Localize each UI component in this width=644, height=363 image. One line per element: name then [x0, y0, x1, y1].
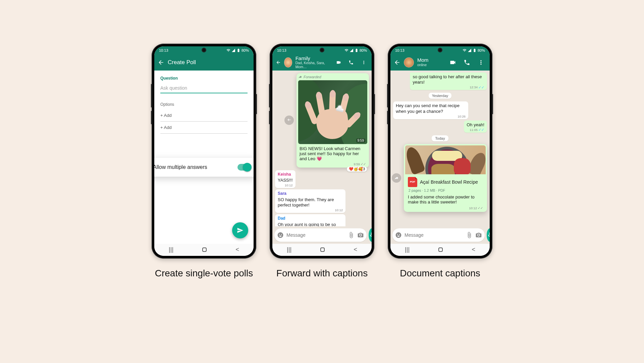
android-navbar: ||| < — [154, 244, 254, 256]
back-icon[interactable] — [394, 59, 400, 66]
add-option-2[interactable]: + Add — [160, 122, 248, 134]
back-nav-icon[interactable]: < — [472, 246, 475, 253]
android-navbar: ||| < — [390, 244, 490, 256]
emoji-icon[interactable] — [395, 232, 402, 238]
back-nav-icon[interactable]: < — [354, 246, 357, 253]
forward-arrow-icon — [394, 176, 399, 180]
video-call-icon[interactable] — [336, 59, 341, 66]
document-meta: 2 pages · 1.2 MB · PDF — [405, 188, 486, 194]
caption-2: Forward with captions — [276, 268, 368, 279]
msg-out-1[interactable]: so good talking to her after all these y… — [410, 73, 487, 90]
forward-button[interactable] — [284, 116, 294, 125]
video-call-icon[interactable] — [449, 59, 456, 66]
forwarded-message[interactable]: Forwarded — [297, 73, 369, 168]
forwarded-caption: BIG NEWS! Look what Carmen just sent me!… — [298, 144, 367, 166]
recents-icon[interactable]: ||| — [287, 246, 291, 253]
chat-header-text[interactable]: Family Dad, Keisha, Sara, Mom… — [296, 56, 327, 69]
attach-icon[interactable] — [466, 232, 473, 238]
signal-icon — [350, 48, 354, 52]
back-nav-icon[interactable]: < — [235, 246, 239, 253]
battery-percent: 80% — [241, 48, 249, 52]
appbar-title: Create Poll — [168, 59, 196, 66]
chat-members: Dad, Keisha, Sara, Mom… — [296, 61, 327, 69]
recents-icon[interactable]: ||| — [169, 246, 173, 253]
camera-dot — [202, 48, 206, 52]
compose-field[interactable] — [274, 228, 367, 242]
volume-button-2 — [387, 111, 388, 124]
mic-button[interactable] — [487, 228, 490, 242]
mic-button[interactable] — [369, 228, 372, 242]
home-icon[interactable] — [320, 247, 325, 252]
phone-frame-forward: 10:13 80% Family Dad, Keis — [270, 44, 374, 259]
emoji-icon[interactable] — [277, 232, 284, 238]
mic-icon — [369, 232, 372, 238]
battery-icon — [236, 48, 240, 52]
document-message[interactable]: PDF Açaí Breakfast Bowl Recipe 2 pages ·… — [404, 144, 487, 212]
voice-call-icon[interactable] — [348, 59, 354, 66]
msg-dad[interactable]: Dad Oh your aunt is going to be so happy… — [275, 214, 345, 226]
forwarded-image[interactable]: 9:59 — [298, 80, 367, 144]
chat-body[interactable]: so good talking to her after all these y… — [390, 71, 490, 226]
forward-small-icon — [298, 75, 302, 79]
camera-icon[interactable] — [357, 232, 364, 238]
chat-status: online — [417, 63, 428, 67]
reactions-badge[interactable]: ❤️🥳🥰3 — [347, 167, 367, 172]
date-chip-yesterday: Yesterday — [429, 93, 452, 99]
chat-appbar: Family Dad, Keisha, Sara, Mom… — [272, 54, 372, 71]
question-input[interactable] — [160, 84, 248, 93]
read-ticks-icon: ✓✓ — [478, 128, 484, 132]
toggle-switch[interactable] — [237, 164, 251, 171]
phone-frame-poll: 10:13 80% Create Poll Question — [152, 44, 256, 259]
volume-button — [151, 84, 152, 107]
app-bar: Create Poll — [154, 54, 254, 71]
poll-body: Question Options + Add + Add Allow multi… — [154, 71, 254, 244]
compose-bar — [272, 226, 372, 244]
camera-icon[interactable] — [475, 232, 482, 238]
volume-button-2 — [151, 111, 152, 124]
options-label: Options — [160, 102, 248, 107]
status-time: 10:13 — [159, 48, 168, 52]
back-icon[interactable] — [158, 59, 164, 66]
msg-sara[interactable]: Sara SO happy for them. They are perfect… — [275, 189, 345, 213]
message-input[interactable] — [405, 232, 463, 238]
msg-in-1[interactable]: Hey can you send me that recipe when you… — [393, 101, 468, 119]
home-icon[interactable] — [202, 247, 207, 252]
allow-multiple-card[interactable]: Allow multiple answers — [154, 158, 254, 177]
compose-field[interactable] — [392, 228, 485, 242]
send-button[interactable] — [232, 222, 248, 238]
chat-name: Mom — [417, 57, 428, 63]
attach-icon[interactable] — [348, 232, 355, 238]
recents-icon[interactable]: ||| — [405, 246, 410, 253]
wifi-icon — [463, 48, 467, 52]
chat-body[interactable]: Forwarded — [272, 71, 372, 226]
chat-appbar: Mom online — [390, 54, 490, 71]
add-option-1[interactable]: + Add — [160, 109, 248, 122]
volume-button — [387, 84, 388, 107]
message-input[interactable] — [286, 232, 345, 238]
battery-percent: 80% — [360, 48, 367, 52]
media-timestamp: 9:59 — [356, 138, 365, 143]
power-button — [374, 94, 375, 114]
forwarded-label: Forwarded — [298, 75, 367, 79]
chat-header-text[interactable]: Mom online — [417, 57, 428, 67]
group-avatar[interactable] — [284, 57, 292, 67]
document-preview — [405, 145, 486, 174]
caption-3: Document captions — [400, 268, 480, 279]
contact-avatar[interactable] — [404, 57, 414, 67]
power-button — [492, 94, 493, 114]
more-icon[interactable] — [361, 59, 366, 66]
home-icon[interactable] — [438, 247, 443, 252]
more-icon[interactable] — [478, 59, 484, 66]
caption-1: Create single-vote polls — [155, 268, 253, 279]
date-chip-today: Today — [432, 135, 448, 141]
back-icon[interactable] — [276, 59, 281, 66]
msg-keisha[interactable]: Keisha YASS!!! 10:12 — [275, 170, 296, 188]
read-ticks-icon: ✓✓ — [361, 162, 366, 166]
status-icons: 80% — [463, 48, 485, 52]
msg-out-2[interactable]: Oh yeah! 11:05✓✓ — [464, 121, 487, 133]
voice-call-icon[interactable] — [464, 59, 470, 66]
chat-name: Family — [296, 56, 327, 61]
forward-button[interactable] — [392, 173, 401, 183]
battery-icon — [473, 48, 477, 52]
battery-icon — [355, 48, 359, 52]
